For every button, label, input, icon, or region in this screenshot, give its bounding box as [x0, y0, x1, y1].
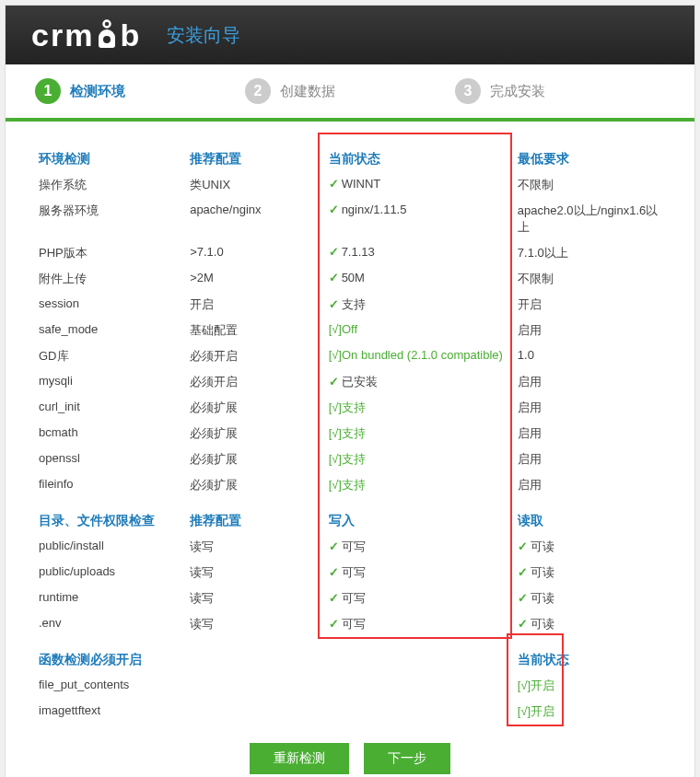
th-env: 环境检测: [35, 136, 186, 172]
status-text: [√]支持: [329, 400, 366, 414]
dir-key: public/install: [35, 534, 186, 560]
status-text: 可写: [342, 539, 366, 553]
dir-key: public/uploads: [35, 560, 186, 586]
env-key: openssl: [35, 446, 186, 472]
step-num: 2: [245, 78, 271, 104]
logo-icon: [95, 19, 119, 51]
check-icon: ✓: [329, 297, 339, 311]
recheck-button[interactable]: 重新检测: [250, 743, 349, 774]
status-text: 可读: [531, 565, 554, 579]
dir-write: ✓可写: [325, 534, 514, 560]
check-icon: ✓: [329, 539, 339, 553]
env-min: 启用: [514, 395, 665, 421]
dir-read: ✓可读: [514, 586, 665, 611]
env-status: ✓nginx/1.11.5: [325, 198, 514, 240]
step-2: 2创建数据: [245, 78, 455, 104]
dir-rec: 读写: [186, 586, 324, 611]
env-rec: 必须扩展: [186, 395, 324, 421]
env-row: 操作系统类UNIX✓WINNT不限制: [35, 172, 665, 198]
env-status: [√]Off: [325, 318, 514, 343]
status-text: 可读: [531, 591, 554, 605]
logo-text-right: b: [120, 17, 141, 53]
env-min: 开启: [514, 292, 665, 318]
env-rec: 必须扩展: [186, 446, 324, 472]
env-status: ✓已安装: [325, 369, 514, 395]
env-min: 启用: [514, 421, 665, 446]
svg-point-1: [103, 36, 111, 43]
status-text: [√]支持: [329, 478, 366, 492]
func-row: imagettftext[√]开启: [35, 699, 665, 725]
env-min: 1.0: [514, 343, 665, 369]
dir-row: public/install读写✓可写✓可读: [35, 534, 665, 560]
check-icon: ✓: [518, 539, 528, 553]
env-status: [√]支持: [325, 421, 514, 446]
env-rec: 开启: [186, 292, 324, 318]
env-row: curl_init必须扩展[√]支持启用: [35, 395, 665, 421]
dir-row: runtime读写✓可写✓可读: [35, 586, 665, 611]
content: 环境检测推荐配置当前状态最低要求 操作系统类UNIX✓WINNT不限制服务器环境…: [6, 122, 694, 777]
env-row: mysqli必须开启✓已安装启用: [35, 369, 665, 395]
env-rec: 必须扩展: [186, 421, 324, 446]
env-status: ✓支持: [325, 292, 514, 318]
status-text: [√]Off: [329, 322, 357, 336]
status-text: 可写: [342, 565, 366, 579]
env-key: 服务器环境: [35, 198, 186, 240]
status-text: 可写: [342, 591, 366, 605]
env-status: ✓WINNT: [325, 172, 514, 198]
dir-row: public/uploads读写✓可写✓可读: [35, 560, 665, 586]
env-row: 附件上传>2M✓50M不限制: [35, 266, 665, 292]
env-rec: >7.1.0: [186, 240, 324, 266]
logo: crm b: [31, 17, 141, 53]
check-icon: ✓: [329, 203, 339, 216]
button-bar: 重新检测 下一步: [35, 725, 665, 777]
status-text: 可读: [531, 617, 554, 631]
step-num: 3: [455, 78, 481, 104]
env-key: 附件上传: [35, 266, 186, 292]
th-write: 写入: [325, 498, 514, 534]
check-table: 环境检测推荐配置当前状态最低要求 操作系统类UNIX✓WINNT不限制服务器环境…: [35, 136, 665, 725]
env-status: [√]支持: [325, 395, 514, 421]
step-3: 3完成安装: [455, 78, 665, 104]
th-func: 函数检测必须开启: [35, 637, 186, 673]
dir-read: ✓可读: [514, 534, 665, 560]
status-text: [√]On bundled (2.1.0 compatible): [329, 348, 503, 362]
dir-read: ✓可读: [514, 611, 665, 637]
dir-rec: 读写: [186, 611, 324, 637]
env-min: 启用: [514, 318, 665, 343]
env-min: apache2.0以上/nginx1.6以上: [514, 198, 665, 240]
env-min: 不限制: [514, 266, 665, 292]
check-icon: ✓: [329, 177, 339, 191]
func-status: [√]开启: [514, 673, 665, 699]
check-icon: ✓: [329, 565, 339, 579]
env-rec: 必须开启: [186, 369, 324, 395]
dir-rec: 读写: [186, 534, 324, 560]
func-key: file_put_contents: [35, 673, 186, 699]
env-min: 启用: [514, 472, 665, 498]
dir-read: ✓可读: [514, 560, 665, 586]
env-status: [√]支持: [325, 446, 514, 472]
step-label: 检测环境: [70, 83, 125, 100]
wizard-title: 安装向导: [167, 23, 240, 48]
logo-text-left: crm: [31, 17, 94, 53]
step-num: 1: [35, 78, 61, 104]
env-key: mysqli: [35, 369, 186, 395]
env-key: session: [35, 292, 186, 318]
dir-rec: 读写: [186, 560, 324, 586]
dir-write: ✓可写: [325, 560, 514, 586]
env-min: 不限制: [514, 172, 665, 198]
svg-point-0: [104, 21, 111, 28]
check-icon: ✓: [329, 245, 339, 259]
env-row: openssl必须扩展[√]支持启用: [35, 446, 665, 472]
status-text: 50M: [342, 271, 365, 284]
env-rec: 必须扩展: [186, 472, 324, 498]
env-key: safe_mode: [35, 318, 186, 343]
env-rec: 类UNIX: [186, 172, 324, 198]
check-icon: ✓: [329, 617, 339, 631]
dir-key: .env: [35, 611, 186, 637]
env-rec: 基础配置: [186, 318, 324, 343]
next-button[interactable]: 下一步: [364, 743, 450, 774]
env-row: GD库必须开启[√]On bundled (2.1.0 compatible)1…: [35, 343, 665, 369]
header: crm b 安装向导: [6, 6, 694, 64]
env-rec: >2M: [186, 266, 324, 292]
check-icon: ✓: [518, 617, 528, 631]
